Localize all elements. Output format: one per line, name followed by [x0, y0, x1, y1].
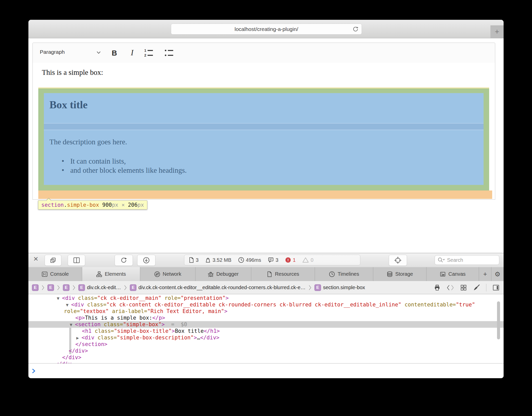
stat-load-time[interactable]: 496ms [238, 257, 261, 263]
breadcrumb-label: div.ck.ck-edit… [87, 285, 121, 290]
tab-elements[interactable]: Elements [82, 267, 140, 281]
bulleted-list-button[interactable] [164, 48, 175, 58]
scrollbar-thumb[interactable] [497, 301, 500, 339]
elements-icon [96, 271, 102, 277]
rich-text-editor[interactable]: This is a simple box: Box title The desc… [32, 63, 495, 200]
tab-timelines[interactable]: Timelines [315, 267, 373, 281]
disclosure-triangle-icon[interactable]: ▶ [76, 335, 81, 340]
disclosure-triangle-icon[interactable]: ▼ [70, 322, 75, 327]
stat-size-value: 3.52 MB [212, 257, 231, 263]
tab-resources[interactable]: Resources [251, 267, 315, 281]
stat-resources[interactable]: 3 [189, 257, 199, 263]
tab-label: Timelines [338, 271, 359, 277]
bug-icon [208, 271, 214, 277]
breadcrumb-item[interactable]: E div.ck.ck-content.ck-editor__editable.… [130, 284, 306, 291]
bullet-glyph: • [62, 157, 64, 165]
tooltip-height-unit: px [137, 202, 144, 208]
dom-token: > [172, 328, 175, 334]
speech-bubble-icon [268, 257, 274, 263]
dom-node-selected[interactable]: ▼ <section class="simple-box"> = $0 [70, 321, 187, 328]
stat-warnings[interactable]: 0 [302, 257, 313, 263]
breadcrumb-item[interactable]: E [63, 284, 69, 291]
dom-token: > [194, 335, 197, 341]
details-sidebar-toggle-icon[interactable] [492, 284, 500, 291]
download-button[interactable] [137, 255, 155, 266]
dom-node[interactable]: ▼ <div class="ck ck-editor__main" role="… [57, 295, 229, 302]
document-icon [189, 257, 194, 263]
stat-errors[interactable]: ! 1 [285, 257, 296, 263]
tab-storage[interactable]: Storage [373, 267, 427, 281]
dom-tree-panel[interactable]: ▼ <div class="ck ck-editor__main" role="… [28, 294, 504, 363]
dom-token: </p> [152, 315, 165, 321]
dom-token: > [162, 321, 165, 327]
print-icon[interactable] [434, 284, 440, 291]
tab-network[interactable]: Network [140, 267, 196, 281]
dom-token: = $0 [165, 321, 187, 327]
dom-node[interactable]: <p>This is a simple box:</p> [75, 315, 165, 321]
tooltip-times: × [118, 202, 128, 208]
detach-devtools-button[interactable] [45, 255, 61, 266]
paintbrush-icon[interactable] [473, 284, 480, 291]
italic-button[interactable]: I [127, 47, 137, 58]
stat-transfer-size[interactable]: 3.52 MB [205, 257, 231, 263]
tab-debugger[interactable]: Debugger [196, 267, 251, 281]
breadcrumb-item-selected[interactable]: E section.simple-box [314, 284, 365, 291]
dom-node[interactable]: </div> [69, 348, 88, 354]
list-item-text: and other block elements like headings. [70, 166, 187, 175]
paragraph-dropdown[interactable]: Paragraph [40, 49, 65, 55]
quick-console[interactable] [28, 363, 504, 378]
box-description-text[interactable]: The description goes here. [49, 138, 127, 146]
list-item[interactable]: • and other block elements like headings… [62, 166, 187, 175]
dom-token: "Rich Text Editor, main" [147, 308, 224, 314]
element-picker-button[interactable] [389, 255, 407, 266]
new-tab-button[interactable]: + [490, 25, 504, 38]
devtools-settings-button[interactable]: ⚙ [491, 267, 504, 281]
console-icon [42, 271, 48, 277]
search-input[interactable]: Search [435, 255, 499, 265]
dom-node[interactable]: <h1 class="simple-box-title">Box title</… [82, 328, 220, 334]
breadcrumb-item[interactable]: E [47, 284, 54, 291]
close-devtools-button[interactable]: × [33, 254, 38, 264]
tab-console[interactable]: Console [28, 267, 82, 281]
search-icon [437, 257, 445, 263]
tab-canvas[interactable]: Canvas [427, 267, 479, 281]
add-tab-button[interactable]: + [479, 267, 491, 281]
dom-token: aria-label= [112, 308, 147, 314]
dock-side-button[interactable] [68, 255, 85, 266]
chevron-right-icon [42, 285, 44, 290]
element-badge: E [32, 284, 39, 291]
tooltip-arrow [46, 198, 51, 201]
devtools-tab-bar: Console Elements Network Debugger Resour… [28, 267, 504, 281]
list-item[interactable]: • It can contain lists, [62, 157, 126, 165]
numbered-list-button[interactable]: 1 2 [144, 48, 154, 58]
search-placeholder: Search [447, 257, 463, 263]
box-title-heading[interactable]: Box title [49, 99, 87, 111]
url-text: localhost/creating-a-plugin/ [235, 26, 298, 32]
reload-page-button[interactable] [115, 255, 133, 266]
dom-node-continuation[interactable]: role="textbox" aria-label="Rich Text Edi… [64, 308, 227, 315]
disclosure-triangle-icon[interactable]: ▼ [66, 302, 71, 307]
dom-token: role= [165, 295, 181, 301]
dom-node[interactable]: </div> [62, 354, 81, 361]
resource-stats-bar[interactable]: 3 3.52 MB 496ms 3 ! 1 0 [184, 255, 360, 265]
editor-paragraph[interactable]: This is a simple box: [42, 68, 103, 77]
dom-node[interactable]: </section> [75, 341, 107, 348]
address-bar[interactable]: localhost/creating-a-plugin/ [171, 24, 362, 34]
editor-toolbar: Paragraph B I 1 2 [32, 43, 495, 63]
disclosure-triangle-icon[interactable]: ▼ [57, 296, 62, 301]
breadcrumb-label: section.simple-box [323, 285, 365, 290]
bold-button[interactable]: B [109, 47, 120, 59]
tooltip-dot: . [64, 202, 67, 208]
source-code-icon[interactable] [447, 284, 454, 291]
dom-node[interactable]: ▼ <div class="ck ck-content ck-editor__e… [66, 301, 475, 308]
stat-console-logs[interactable]: 3 [268, 257, 278, 263]
reload-icon[interactable] [352, 26, 359, 32]
dom-node[interactable]: </div [56, 361, 72, 363]
dom-token: class= [104, 321, 123, 327]
breadcrumb-item[interactable]: E [32, 284, 39, 291]
breadcrumb-item[interactable]: E div.ck.ck-edit… [78, 284, 121, 291]
grid-icon[interactable] [460, 284, 467, 291]
dom-node[interactable]: ▶ <div class="simple-box-description">…<… [76, 334, 219, 341]
divider [486, 284, 486, 291]
chevron-down-icon[interactable] [97, 51, 101, 54]
